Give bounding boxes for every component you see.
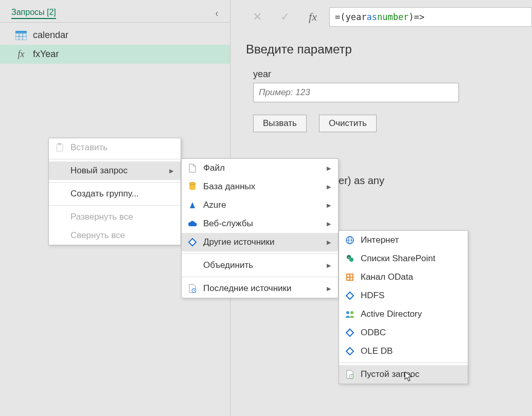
context-menu: Вставить Новый запрос ▶ Создать группу..… (48, 138, 181, 245)
menu-item-file[interactable]: Файл ▶ (182, 159, 338, 177)
page-title: Введите параметр (246, 42, 517, 57)
menu-item-web-services[interactable]: Веб-службы ▶ (182, 214, 338, 233)
cloud-icon (187, 220, 198, 227)
submenu-arrow-icon: ▶ (327, 184, 331, 190)
active-directory-icon (344, 310, 356, 318)
paste-icon (54, 143, 65, 152)
menu-item-active-directory[interactable]: Active Directory (339, 305, 468, 323)
submenu-arrow-icon: ▶ (327, 221, 331, 227)
svg-rect-18 (350, 275, 352, 277)
menu-item-create-group[interactable]: Создать группу... (49, 185, 181, 203)
clear-button[interactable]: Очистить (319, 115, 377, 132)
fx-button[interactable]: fx (302, 7, 324, 27)
menu-item-recent-sources[interactable]: Последние источники ▶ (182, 279, 338, 298)
odata-icon (344, 273, 356, 282)
function-icon: fx (15, 49, 27, 60)
invoke-button[interactable]: Вызвать (253, 115, 307, 132)
menu-item-azure[interactable]: Azure ▶ (182, 196, 338, 214)
svg-rect-17 (347, 275, 349, 277)
query-item-calendar[interactable]: calendar (0, 26, 230, 45)
queries-header-label: Запросы [2] (11, 8, 56, 19)
file-icon (187, 164, 198, 173)
diamond-icon (344, 347, 356, 356)
recent-icon (187, 284, 198, 293)
commit-formula-button: ✓ (274, 7, 296, 27)
param-label: year (253, 69, 517, 80)
diamond-icon (187, 238, 198, 247)
menu-item-paste: Вставить (49, 138, 181, 157)
azure-icon (187, 201, 198, 209)
menu-item-internet[interactable]: Интернет (339, 231, 468, 249)
submenu-arrow-icon: ▶ (327, 262, 331, 269)
query-item-label: fxYear (33, 49, 59, 60)
menu-item-blank-query[interactable]: Пустой запрос (339, 365, 468, 384)
svg-point-14 (349, 258, 353, 262)
diamond-icon (344, 328, 356, 337)
new-query-submenu: Файл ▶ База данных ▶ Azure ▶ Веб-службы … (181, 158, 339, 298)
menu-item-expand-all: Развернуть все (49, 208, 181, 226)
svg-rect-5 (57, 144, 63, 151)
menu-item-other-sources[interactable]: Другие источники ▶ (182, 233, 338, 251)
menu-item-collapse-all: Свернуть все (49, 226, 181, 245)
query-item-label: calendar (33, 30, 68, 41)
menu-item-oledb[interactable]: OLE DB (339, 342, 468, 360)
blank-query-icon (344, 370, 356, 379)
submenu-arrow-icon: ▶ (327, 202, 331, 209)
param-input[interactable] (253, 83, 459, 102)
submenu-arrow-icon: ▶ (169, 168, 173, 174)
menu-item-new-query[interactable]: Новый запрос ▶ (49, 161, 181, 180)
other-sources-submenu: Интернет S Списки SharePoint Канал OData… (339, 230, 468, 384)
svg-rect-0 (15, 31, 27, 33)
submenu-arrow-icon: ▶ (327, 165, 331, 172)
menu-item-combine[interactable]: Объединить ▶ (182, 256, 338, 275)
cancel-formula-button: ✕ (246, 7, 269, 27)
table-icon (15, 31, 27, 40)
svg-text:S: S (348, 256, 350, 260)
submenu-arrow-icon: ▶ (327, 285, 331, 292)
globe-icon (344, 236, 356, 245)
menu-item-sharepoint[interactable]: S Списки SharePoint (339, 249, 468, 268)
sharepoint-icon: S (344, 254, 356, 263)
svg-point-21 (346, 311, 349, 314)
database-icon (187, 182, 198, 191)
submenu-arrow-icon: ▶ (327, 239, 331, 246)
formula-input[interactable]: = ( year as number )=> (329, 7, 532, 27)
svg-rect-20 (350, 278, 352, 280)
svg-rect-19 (347, 278, 349, 280)
query-item-fxyear[interactable]: fx fxYear (0, 45, 230, 64)
svg-point-22 (350, 311, 353, 314)
menu-item-database[interactable]: База данных ▶ (182, 177, 338, 196)
collapse-panel-icon[interactable]: ‹ (216, 7, 218, 19)
formula-bar: ✕ ✓ fx = ( year as number )=> (230, 7, 532, 32)
menu-item-hdfs[interactable]: HDFS (339, 286, 468, 305)
menu-item-odata[interactable]: Канал OData (339, 268, 468, 286)
diamond-icon (344, 291, 356, 300)
menu-item-odbc[interactable]: ODBC (339, 323, 468, 342)
svg-rect-6 (58, 143, 61, 145)
